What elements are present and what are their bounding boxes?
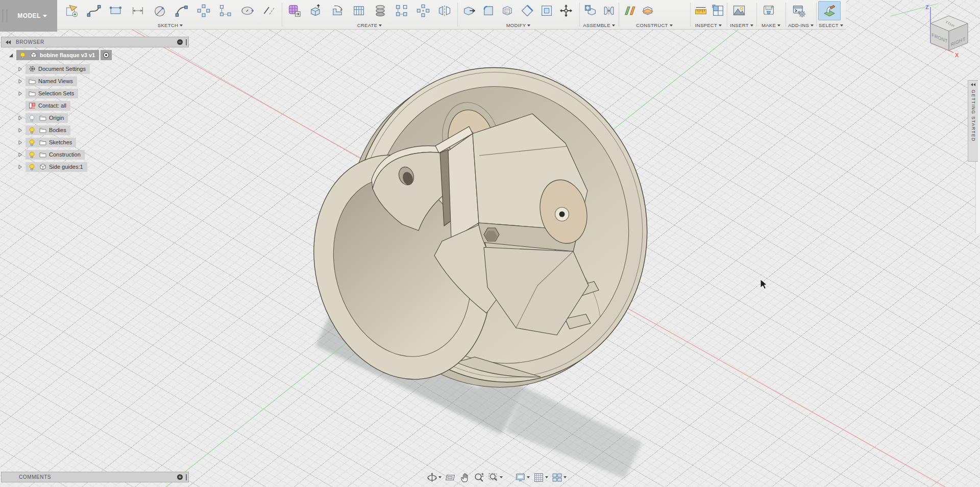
nav-orbit[interactable] bbox=[427, 472, 442, 483]
collapse-left-icon[interactable] bbox=[6, 40, 11, 44]
panel-label-sketch[interactable]: SKETCH bbox=[59, 22, 282, 28]
viewport-scene[interactable] bbox=[0, 0, 980, 487]
viewcube[interactable]: Z X TOP FRONT RIGHT bbox=[889, 0, 980, 68]
browser-item-document-settings[interactable]: Document Settings bbox=[7, 64, 90, 74]
browser-item-selection-sets[interactable]: Selection Sets bbox=[7, 88, 78, 98]
tool-coil[interactable] bbox=[370, 1, 391, 20]
browser-item-side-guides-1[interactable]: Side guides:1 bbox=[7, 162, 87, 172]
model-bobine-flasque[interactable] bbox=[289, 35, 682, 420]
tool-create-sketch[interactable] bbox=[61, 1, 83, 20]
panel-label-inspect[interactable]: INSPECT bbox=[690, 22, 727, 28]
tool-ellipse[interactable] bbox=[236, 1, 258, 20]
expander-closed-icon[interactable] bbox=[16, 139, 23, 146]
browser-item-construction[interactable]: Construction bbox=[7, 149, 85, 160]
panel-label-modify[interactable]: MODIFY bbox=[457, 22, 579, 28]
tool-insert-image[interactable] bbox=[729, 1, 749, 20]
nav-pan[interactable] bbox=[459, 472, 470, 483]
browser-collapse-button[interactable]: − bbox=[177, 39, 183, 45]
panel-label-add-ins[interactable]: ADD-INS bbox=[786, 22, 816, 28]
tool-offset[interactable] bbox=[258, 1, 280, 20]
nav-look-at[interactable] bbox=[445, 472, 456, 483]
expander-closed-icon[interactable] bbox=[16, 164, 23, 170]
viewport-canvas[interactable] bbox=[0, 0, 980, 487]
expander-closed-icon[interactable] bbox=[16, 151, 23, 158]
browser-drag-handle[interactable] bbox=[186, 39, 187, 45]
visibility-bulb-on-icon[interactable] bbox=[28, 126, 36, 134]
getting-started-tab[interactable]: GETTING STARTED bbox=[968, 80, 978, 162]
panel-label-make[interactable]: MAKE bbox=[756, 22, 786, 28]
tool-move[interactable] bbox=[556, 1, 576, 20]
workspace-switcher[interactable]: MODEL bbox=[0, 0, 57, 32]
viewcube-x-label: X bbox=[955, 52, 959, 58]
tool-revolve[interactable] bbox=[327, 1, 348, 20]
chevron-down-icon[interactable] bbox=[545, 476, 548, 478]
nav-viewports[interactable] bbox=[552, 472, 567, 483]
expander-closed-icon[interactable] bbox=[16, 127, 23, 134]
tool-circular-pattern[interactable] bbox=[192, 1, 214, 20]
tool-rectangular-pattern-3d[interactable] bbox=[391, 1, 412, 20]
tool-section-analysis[interactable] bbox=[709, 1, 727, 20]
tool-chamfer[interactable] bbox=[518, 1, 537, 20]
panel-label-select[interactable]: SELECT bbox=[816, 22, 846, 28]
browser-item-origin[interactable]: Origin bbox=[7, 113, 68, 123]
tool-shell[interactable] bbox=[498, 1, 518, 20]
tool-joint[interactable] bbox=[600, 1, 618, 20]
browser-header[interactable]: BROWSER − bbox=[1, 37, 189, 47]
chevron-down-icon[interactable] bbox=[500, 476, 503, 478]
visibility-bulb-on-icon[interactable] bbox=[28, 163, 36, 171]
tool-construction-plane[interactable] bbox=[621, 1, 639, 20]
expander-closed-icon[interactable] bbox=[16, 66, 23, 72]
tool-extrude[interactable] bbox=[305, 1, 327, 20]
chevron-down-icon[interactable] bbox=[564, 476, 567, 478]
tool-sketch-dimension[interactable] bbox=[127, 1, 149, 20]
comments-bar[interactable]: COMMENTS + bbox=[1, 472, 189, 482]
panel-label-construct[interactable]: CONSTRUCT bbox=[619, 22, 690, 28]
chevron-down-icon[interactable] bbox=[527, 476, 530, 478]
tool-arc[interactable] bbox=[170, 1, 192, 20]
comments-title: COMMENTS bbox=[19, 474, 51, 480]
tool-scripts-and-addins[interactable] bbox=[788, 1, 810, 20]
tool-split-body[interactable] bbox=[537, 1, 556, 20]
visibility-bulb-on-icon[interactable] bbox=[28, 151, 36, 159]
tool-form[interactable] bbox=[284, 1, 305, 20]
panel-label-insert[interactable]: INSERT bbox=[727, 22, 756, 28]
panel-label-assemble[interactable]: ASSEMBLE bbox=[579, 22, 619, 28]
chevron-down-icon[interactable] bbox=[438, 476, 442, 478]
add-comment-button[interactable]: + bbox=[177, 474, 183, 480]
visibility-bulb-on-icon[interactable] bbox=[19, 52, 27, 59]
expander-closed-icon[interactable] bbox=[16, 90, 23, 97]
expander-closed-icon[interactable] bbox=[16, 115, 23, 121]
nav-fit[interactable] bbox=[488, 472, 503, 483]
tool-circle[interactable] bbox=[149, 1, 170, 20]
browser-item-sketches[interactable]: Sketches bbox=[7, 137, 76, 147]
tool-select-tool[interactable] bbox=[818, 1, 841, 20]
browser-item-bobine-flasque-v3-v1[interactable]: bobine flasque v3 v1 bbox=[7, 50, 112, 60]
browser-item-named-views[interactable]: Named Views bbox=[7, 76, 77, 86]
tool-spline[interactable] bbox=[83, 1, 105, 20]
tool-circular-pattern-3d[interactable] bbox=[412, 1, 434, 20]
comments-drag-handle[interactable] bbox=[186, 474, 187, 480]
expander-open-icon[interactable] bbox=[7, 52, 14, 59]
tool-rib[interactable] bbox=[348, 1, 370, 20]
tool-mirror[interactable] bbox=[434, 1, 455, 20]
tool-rectangle[interactable] bbox=[105, 1, 127, 20]
tool-midplane[interactable] bbox=[639, 1, 656, 20]
tool-measure[interactable] bbox=[692, 1, 709, 20]
tool-rectangular-pattern[interactable] bbox=[214, 1, 236, 20]
nav-zoom[interactable] bbox=[474, 472, 484, 483]
tool-new-component[interactable] bbox=[581, 1, 600, 20]
visibility-bulb-on-icon[interactable] bbox=[28, 139, 36, 146]
toolbar-grip[interactable] bbox=[3, 9, 7, 22]
nav-display-settings[interactable] bbox=[515, 472, 530, 483]
tool-print-3d[interactable] bbox=[758, 1, 779, 20]
nav-grid-and-snaps[interactable] bbox=[533, 472, 548, 483]
browser-item-bodies[interactable]: Bodies bbox=[7, 125, 70, 135]
tool-press-pull[interactable] bbox=[459, 1, 479, 20]
expander-closed-icon[interactable] bbox=[16, 78, 23, 85]
expand-panel-icon[interactable] bbox=[971, 83, 976, 86]
activate-component-radio[interactable] bbox=[101, 50, 112, 60]
tool-fillet[interactable] bbox=[479, 1, 498, 20]
visibility-bulb-off-icon[interactable] bbox=[28, 114, 36, 122]
panel-label-create[interactable]: CREATE bbox=[282, 22, 457, 28]
browser-item-contact-all[interactable]: Contact: all bbox=[7, 100, 70, 111]
